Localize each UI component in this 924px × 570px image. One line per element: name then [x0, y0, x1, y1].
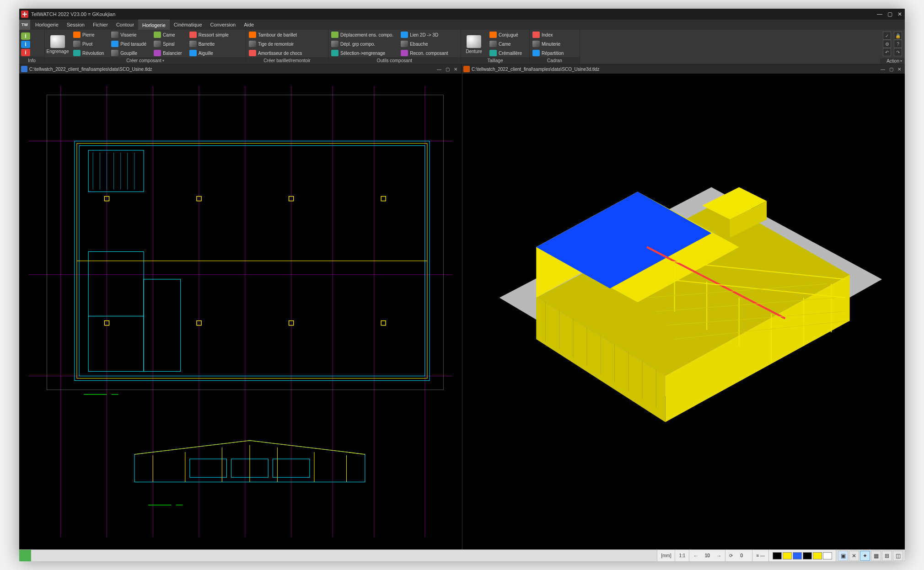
menu-cinematique[interactable]: Cinématique [170, 20, 206, 30]
ribbon-btn-pivot[interactable]: Pivot [73, 40, 106, 48]
menu-conversion[interactable]: Conversion [206, 20, 240, 30]
step-input[interactable] [700, 553, 714, 558]
doc-right-close[interactable]: ✕ [896, 65, 903, 73]
doc-icon-2d [21, 66, 27, 72]
ribbon-btn-tambour[interactable]: Tambour de barillet [249, 31, 304, 39]
menu-bar: TW Horlogerie Session Fichier Contour Ho… [19, 20, 905, 30]
info-chip-green[interactable]: i [21, 32, 30, 40]
status-linestyle[interactable]: ≡ — [752, 550, 769, 561]
step-increment[interactable]: → [716, 553, 721, 559]
ribbon-label-action[interactable]: Action [880, 58, 905, 64]
ribbon-btn-lien-2d-3d[interactable]: Lien 2D -> 3D [401, 31, 450, 39]
ribbon-btn-revolution[interactable]: Révolution [73, 49, 106, 57]
ribbon-label-create-component[interactable]: Créer composant [45, 57, 246, 64]
ribbon-btn-aiguille[interactable]: Aiguille [189, 49, 231, 57]
doc-right-minimize[interactable]: — [879, 65, 886, 73]
ribbon-quick-check[interactable]: ✓ [883, 32, 891, 40]
ribbon-btn-ebauche[interactable]: Ebauche [401, 40, 450, 48]
move-group-icon [331, 41, 338, 47]
ribbon-btn-minuterie[interactable]: Minuterie [532, 40, 565, 48]
cad-model-3d [462, 74, 905, 549]
ribbon-quick-lock[interactable]: 🔒 [894, 32, 902, 40]
ribbon-quick-undo[interactable]: ↶ [883, 48, 891, 56]
viewport-2d[interactable] [19, 74, 462, 549]
info-chip-blue[interactable]: i [21, 41, 30, 48]
ribbon-btn-spiral[interactable]: Spiral [154, 40, 184, 48]
cad-drawing-2d [19, 74, 462, 549]
menu-session[interactable]: Session [63, 20, 89, 30]
ribbon-btn-barrette[interactable]: Barrette [189, 40, 231, 48]
jewel-icon [73, 32, 81, 38]
view-btn-tiles[interactable]: ⊞ [882, 551, 892, 561]
rebuild-icon [401, 50, 408, 56]
ribbon-btn-ressort[interactable]: Ressort simple [189, 31, 231, 39]
ribbon-panel-taillage: Denture Conjugué Came Crémaillère Tailla… [461, 30, 530, 64]
menu-contour[interactable]: Contour [112, 20, 138, 30]
info-chip-red[interactable]: i [21, 49, 30, 56]
swatch-blue[interactable] [793, 552, 802, 559]
maximize-button[interactable]: ▢ [885, 9, 895, 20]
hand-icon [189, 50, 197, 56]
swatch-white[interactable] [823, 552, 832, 559]
ribbon-quick-redo[interactable]: ↷ [894, 48, 902, 56]
ribbon-btn-recon[interactable]: Recon. composant [401, 49, 450, 57]
ribbon-btn-index[interactable]: Index [532, 31, 565, 39]
ribbon-btn-depl-grp[interactable]: Dépl. grp compo. [331, 40, 395, 48]
view-btn-grid[interactable]: ▦ [871, 551, 881, 561]
bar-icon [189, 41, 197, 47]
ribbon-btn-came[interactable]: Came [154, 31, 184, 39]
swatch-black[interactable] [773, 552, 782, 559]
ribbon-btn-balancier[interactable]: Balancier [154, 49, 184, 57]
conjugate-icon [489, 32, 497, 38]
ribbon-quick-settings[interactable]: ⚙ [883, 40, 891, 48]
ribbon-panel-cadran: Index Minuterie Répartition Cadran [530, 30, 580, 64]
close-button[interactable]: ✕ [895, 9, 905, 20]
ribbon-btn-conjugue[interactable]: Conjugué [489, 31, 524, 39]
view-btn-layers[interactable]: ▣ [838, 551, 848, 561]
status-scale[interactable]: 1:1 [675, 550, 689, 561]
screw-icon [111, 32, 118, 38]
step-decrement[interactable]: ← [693, 553, 698, 559]
application-window: TellWATCH 2022 V23.00 = GKoukjian — ▢ ✕ … [19, 9, 905, 561]
ribbon-btn-visserie[interactable]: Visserie [111, 31, 148, 39]
minimize-button[interactable]: — [875, 9, 885, 20]
ribbon-btn-deplacement[interactable]: Déplacement ens. compo. [331, 31, 395, 39]
view-btn-split[interactable]: ◫ [893, 551, 903, 561]
doc-left-minimize[interactable]: — [435, 65, 443, 73]
ribbon-btn-cremaillere[interactable]: Crémaillère [489, 49, 524, 57]
rack-icon [489, 50, 497, 56]
ribbon-btn-engrenage[interactable]: Engrenage [45, 30, 70, 57]
swatch-yellow-2[interactable] [813, 552, 822, 559]
ribbon-btn-denture[interactable]: Denture [461, 30, 487, 57]
doc-right-maximize[interactable]: ▢ [887, 65, 895, 73]
ribbon-btn-pied-taraude[interactable]: Pied taraudé [111, 40, 148, 48]
doc-left-close[interactable]: ✕ [452, 65, 459, 73]
ribbon-btn-goupille[interactable]: Goupille [111, 49, 148, 57]
menu-aide[interactable]: Aide [240, 20, 258, 30]
status-angle: ⟳ [725, 550, 752, 561]
ribbon-btn-pierre[interactable]: Pierre [73, 31, 106, 39]
viewport-3d[interactable] [462, 74, 905, 549]
app-logo-icon[interactable]: TW [19, 20, 30, 30]
menu-horlogerie-1[interactable]: Horlogerie [31, 20, 63, 30]
status-view-buttons: ▣ ✕ ✦ ▦ ⊞ ◫ [836, 550, 905, 561]
doc-left-maximize[interactable]: ▢ [444, 65, 451, 73]
status-unit[interactable]: [mm] [657, 550, 675, 561]
swatch-yellow[interactable] [783, 552, 792, 559]
document-tab-bar: C:\tellwatch_2022_client_final\samples\d… [19, 64, 905, 74]
angle-input[interactable] [735, 553, 748, 558]
view-btn-snap[interactable]: ✦ [860, 551, 870, 561]
cam-icon [489, 41, 497, 47]
ribbon-btn-sel-engrenage[interactable]: Sélection->engrenage [331, 49, 395, 57]
ribbon-btn-tige[interactable]: Tige de remontoir [249, 40, 304, 48]
menu-horlogerie-2[interactable]: Horlogerie [138, 20, 170, 30]
ribbon-quick-help[interactable]: ? [894, 40, 902, 48]
ribbon-btn-came2[interactable]: Came [489, 40, 524, 48]
spiral-icon [154, 41, 161, 47]
view-btn-close[interactable]: ✕ [849, 551, 859, 561]
ribbon-btn-amortisseur[interactable]: Amortisseur de chocs [249, 49, 304, 57]
ribbon-btn-repartition[interactable]: Répartition [532, 49, 565, 57]
menu-fichier[interactable]: Fichier [89, 20, 112, 30]
swatch-black-2[interactable] [803, 552, 812, 559]
link-icon [401, 32, 408, 38]
